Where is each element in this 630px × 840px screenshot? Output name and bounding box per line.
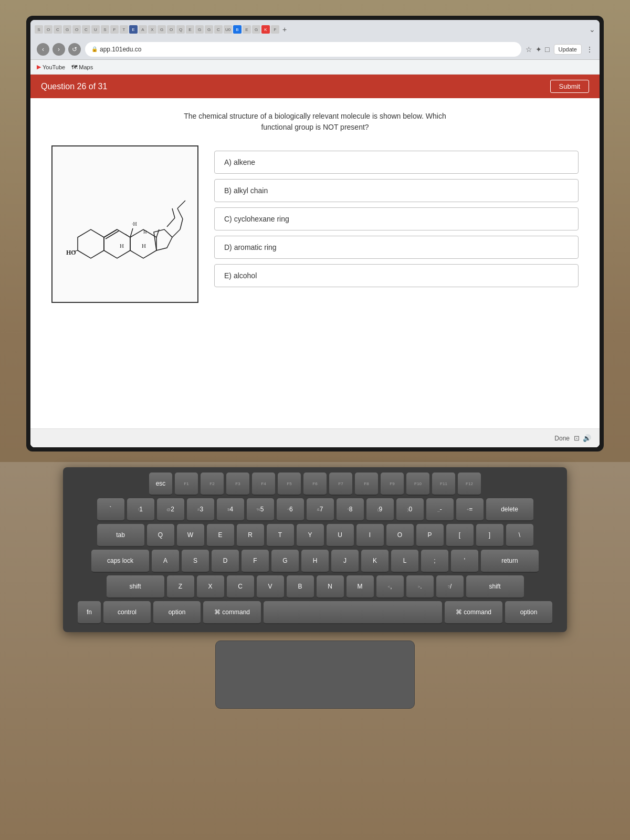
key-period[interactable]: >. [406,575,434,598]
key-backtick[interactable]: ` [97,498,124,521]
tab-icon-2[interactable]: O [44,25,52,34]
key-3[interactable]: #3 [187,498,214,521]
tab-icon-25[interactable]: K [261,25,270,34]
key-control[interactable]: control [103,601,151,624]
tab-icon-23[interactable]: E [243,25,251,34]
chrome-more-button[interactable]: ⌄ [589,25,595,34]
key-m[interactable]: M [346,575,374,598]
key-1[interactable]: !1 [127,498,154,521]
tab-icon-19[interactable]: G [205,25,213,34]
key-h[interactable]: H [301,550,329,573]
key-f1[interactable]: F1 [175,472,198,496]
tab-icon-17[interactable]: E [186,25,194,34]
update-button[interactable]: Update [554,44,582,55]
tab-icon-6[interactable]: C [82,25,90,34]
key-backslash[interactable]: \ [506,524,533,547]
key-l[interactable]: L [391,550,418,573]
key-0[interactable]: )0 [396,498,424,521]
tab-icon-21[interactable]: U0 [224,25,232,34]
key-f11[interactable]: F11 [432,472,455,496]
key-s[interactable]: S [182,550,209,573]
key-r[interactable]: R [237,524,264,547]
key-f2[interactable]: F2 [201,472,224,496]
tab-icon-20[interactable]: C [214,25,223,34]
key-f3[interactable]: F3 [226,472,249,496]
answer-option-D[interactable]: D) aromatic ring [214,236,579,259]
key-p[interactable]: P [416,524,444,547]
key-f6[interactable]: F6 [303,472,327,496]
submit-button[interactable]: Submit [550,80,589,93]
answer-option-A[interactable]: A) alkene [214,151,579,174]
tab-icon-14[interactable]: G [158,25,166,34]
key-j[interactable]: J [331,550,359,573]
key-2[interactable]: @2 [157,498,184,521]
key-f8[interactable]: F8 [355,472,378,496]
reload-button[interactable]: ↺ [68,43,81,56]
tab-icon-10[interactable]: T [120,25,128,34]
new-tab-button[interactable]: + [282,25,287,34]
menu-icon[interactable]: ⋮ [586,45,593,54]
key-f9[interactable]: F9 [381,472,404,496]
key-lbracket[interactable]: [ [446,524,474,547]
key-i[interactable]: I [356,524,384,547]
key-w[interactable]: W [177,524,204,547]
key-f4[interactable]: F4 [252,472,275,496]
tab-icon-8[interactable]: S [101,25,109,34]
key-delete[interactable]: delete [486,498,533,521]
tab-icon-7[interactable]: U [91,25,100,34]
key-semicolon[interactable]: ; [421,550,448,573]
tab-icon-18[interactable]: G [195,25,204,34]
key-b[interactable]: B [287,575,314,598]
key-9[interactable]: (9 [366,498,394,521]
key-command-left[interactable]: ⌘ command [203,601,261,624]
answer-option-E[interactable]: E) alcohol [214,264,579,287]
key-f12[interactable]: F12 [458,472,481,496]
tab-icon-22[interactable]: B [233,25,242,34]
tab-icon-26[interactable]: F [271,25,279,34]
key-c[interactable]: C [227,575,254,598]
extension-icon[interactable]: ✦ [536,45,542,54]
answer-option-B[interactable]: B) alkyl chain [214,179,579,202]
key-f10[interactable]: F10 [406,472,429,496]
key-k[interactable]: K [361,550,388,573]
tab-icon-16[interactable]: Q [176,25,185,34]
key-rbracket[interactable]: ] [476,524,503,547]
bookmark-maps[interactable]: 🗺 Maps [71,64,93,70]
tab-icon-9[interactable]: F [110,25,119,34]
tab-icon-4[interactable]: G [63,25,71,34]
key-q[interactable]: Q [147,524,174,547]
key-n[interactable]: N [317,575,344,598]
key-f7[interactable]: F7 [329,472,352,496]
key-z[interactable]: Z [167,575,194,598]
profile-icon[interactable]: □ [545,45,549,54]
copy-icon[interactable]: ⊡ [574,434,580,442]
key-f[interactable]: F [242,550,269,573]
back-button[interactable]: ‹ [37,43,49,56]
key-quote[interactable]: ' [451,550,478,573]
key-return[interactable]: return [481,550,539,573]
tab-icon-11[interactable]: E [129,25,138,34]
key-slash[interactable]: ?/ [436,575,464,598]
key-y[interactable]: Y [297,524,324,547]
key-t[interactable]: T [267,524,294,547]
key-o[interactable]: O [386,524,414,547]
answer-option-C[interactable]: C) cyclohexane ring [214,207,579,230]
key-space[interactable] [264,601,442,624]
tab-icon-1[interactable]: S [35,25,43,34]
key-comma[interactable]: <, [376,575,404,598]
bookmark-youtube[interactable]: ▶ YouTube [37,64,65,70]
key-7[interactable]: &7 [307,498,334,521]
key-tab[interactable]: tab [97,524,144,547]
key-x[interactable]: X [197,575,224,598]
tab-icon-3[interactable]: C [54,25,62,34]
key-minus[interactable]: _- [426,498,454,521]
key-f5[interactable]: F5 [278,472,301,496]
key-a[interactable]: A [152,550,179,573]
key-command-right[interactable]: ⌘ command [445,601,502,624]
key-caps[interactable]: caps lock [91,550,149,573]
key-fn[interactable]: fn [78,601,101,624]
key-g[interactable]: G [271,550,299,573]
audio-icon[interactable]: 🔊 [583,434,591,442]
key-5[interactable]: %5 [247,498,274,521]
bookmark-icon[interactable]: ☆ [526,45,532,54]
